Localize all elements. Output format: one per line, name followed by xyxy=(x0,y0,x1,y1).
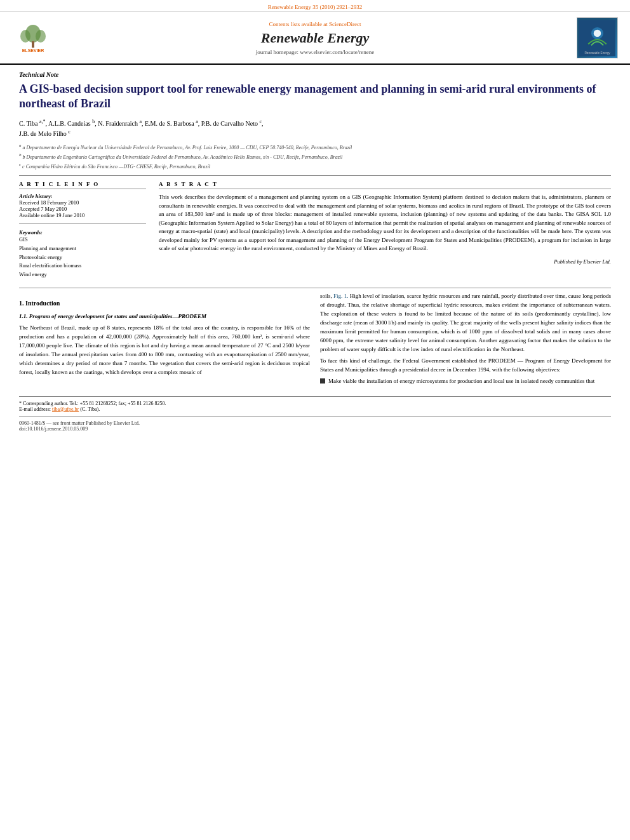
journal-reference-bar: Renewable Energy 35 (2010) 2921–2932 xyxy=(0,0,630,12)
history-label: Article history: xyxy=(19,193,146,199)
elsevier-logo-icon: ELSEVIER xyxy=(13,22,54,54)
abstract-text: This work describes the development of a… xyxy=(159,193,611,253)
doi-line: doi:10.1016/j.renene.2010.05.009 xyxy=(19,426,611,432)
abstract-header: A B S T R A C T xyxy=(159,181,611,189)
affiliation-a: a a Departamento de Energia Nuclear da U… xyxy=(19,142,611,152)
bullet-icon xyxy=(320,378,325,383)
re-logo-svg: Renewable Energy xyxy=(579,19,615,57)
sciencedirect-label: ScienceDirect xyxy=(329,21,361,27)
section-1-1-title: 1.1. Program of energy development for s… xyxy=(19,312,310,321)
footer-divider xyxy=(19,416,611,417)
article-content: Technical Note A GIS-based decision supp… xyxy=(0,65,630,438)
affiliations: a a Departamento de Energia Nuclear da U… xyxy=(19,142,611,170)
svg-point-2 xyxy=(20,30,30,43)
keyword-2: Planning and management xyxy=(19,244,146,253)
keyword-4: Rural electrification biomass xyxy=(19,262,146,270)
article-info-panel: A R T I C L E I N F O Article history: R… xyxy=(19,181,146,279)
issn-line: 0960-1481/$ — see front matter Published… xyxy=(19,420,611,426)
re-logo-container: Renewable Energy xyxy=(572,17,622,58)
keywords-label: Keywords: xyxy=(19,229,146,236)
received-date: Received 18 February 2010 xyxy=(19,199,146,206)
bullet-item-1: Make viable the installation of energy m… xyxy=(320,377,611,386)
email-label: E-mail address: xyxy=(19,406,51,412)
bullet-text-1: Make viable the installation of energy m… xyxy=(328,377,594,386)
journal-header: ELSEVIER Contents lists available at Sci… xyxy=(0,12,630,65)
renewable-energy-icon: Renewable Energy xyxy=(577,17,618,58)
right-text-1-span: soils, xyxy=(320,293,333,299)
keyword-list: GIS Planning and management Photovoltaic… xyxy=(19,236,146,279)
journal-ref-text: Renewable Energy 35 (2010) 2921–2932 xyxy=(268,4,362,10)
body-right-column: soils, Fig. 1. High level of insolation,… xyxy=(320,292,611,388)
keyword-5: Wind energy xyxy=(19,270,146,279)
published-by: Published by Elsevier Ltd. xyxy=(159,258,611,265)
header-divider xyxy=(19,175,611,176)
right-body-text-1: soils, Fig. 1. High level of insolation,… xyxy=(320,292,611,354)
email-suffix: (C. Tiba). xyxy=(80,406,100,412)
svg-point-8 xyxy=(593,29,600,36)
accepted-date: Accepted 7 May 2010 xyxy=(19,206,146,212)
corresponding-author-note: * Corresponding author. Tel.: +55 81 212… xyxy=(19,401,611,406)
abstract-section: A B S T R A C T This work describes the … xyxy=(159,181,611,279)
main-body: 1. Introduction 1.1. Program of energy d… xyxy=(19,288,611,388)
page: Renewable Energy 35 (2010) 2921–2932 ELS… xyxy=(0,0,630,840)
authors-line: C. Tiba a,*, A.L.B. Candeias b, N. Fraid… xyxy=(19,118,611,139)
email-address: tiba@ufpe.br xyxy=(52,406,79,412)
info-section: A R T I C L E I N F O Article history: R… xyxy=(19,181,611,279)
elsevier-logo-container: ELSEVIER xyxy=(8,22,58,54)
journal-title: Renewable Energy xyxy=(58,30,572,46)
keyword-3: Photovoltaic energy xyxy=(19,253,146,262)
authors-text: C. Tiba a,*, A.L.B. Candeias b, N. Fraid… xyxy=(19,120,264,127)
svg-text:Renewable Energy: Renewable Energy xyxy=(584,51,610,54)
right-body-text-2: To face this kind of challenge, the Fede… xyxy=(320,357,611,375)
article-type-label: Technical Note xyxy=(19,71,611,78)
affiliation-b: b b Departamento de Engenharia Cartográf… xyxy=(19,152,611,161)
svg-rect-4 xyxy=(32,41,34,48)
sciencedirect-link: Contents lists available at ScienceDirec… xyxy=(58,21,572,27)
section-1-title: 1. Introduction xyxy=(19,298,310,309)
available-date: Available online 19 June 2010 xyxy=(19,212,146,218)
footer: * Corresponding author. Tel.: +55 81 212… xyxy=(19,396,611,432)
article-info-header: A R T I C L E I N F O xyxy=(19,181,146,189)
email-line: E-mail address: tiba@ufpe.br (C. Tiba). xyxy=(19,406,611,412)
body-left-column: 1. Introduction 1.1. Program of energy d… xyxy=(19,292,310,388)
keyword-1: GIS xyxy=(19,236,146,244)
figure-ref-1: Fig. 1. xyxy=(333,293,348,299)
journal-homepage: journal homepage: www.elsevier.com/locat… xyxy=(58,49,572,55)
affiliation-c: c c Companhia Hidro Elétrica do São Fran… xyxy=(19,161,611,171)
article-history: Article history: Received 18 February 20… xyxy=(19,193,146,218)
svg-point-3 xyxy=(36,30,46,43)
left-body-text-1: The Northeast of Brazil, made up of 8 st… xyxy=(19,324,310,377)
svg-text:ELSEVIER: ELSEVIER xyxy=(22,48,44,53)
info-divider xyxy=(19,223,146,224)
keywords-section: Keywords: GIS Planning and management Ph… xyxy=(19,229,146,279)
footer-issn: 0960-1481/$ — see front matter Published… xyxy=(19,420,611,432)
journal-center-info: Contents lists available at ScienceDirec… xyxy=(58,21,572,55)
right-text-1-rest: High level of insolation, scarce hydric … xyxy=(320,293,611,352)
article-title: A GIS-based decision support tool for re… xyxy=(19,82,611,112)
authors-text-2: J.B. de Melo Filho c xyxy=(19,130,70,137)
contents-label: Contents lists available at xyxy=(269,21,328,27)
